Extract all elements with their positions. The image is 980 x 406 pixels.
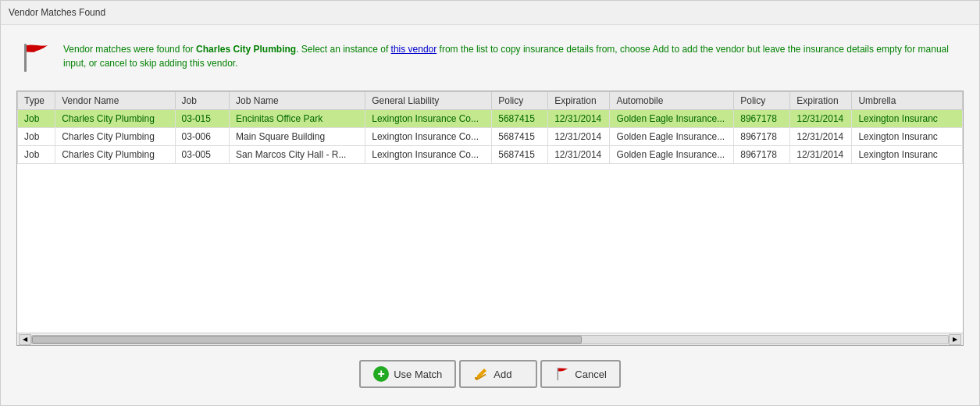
add-icon xyxy=(473,366,489,382)
table-cell: Lexington Insuranc xyxy=(852,110,963,128)
cancel-label: Cancel xyxy=(575,369,606,380)
table-cell: Lexington Insurance Co... xyxy=(365,110,492,128)
table-cell: 8967178 xyxy=(734,128,790,146)
use-match-icon: + xyxy=(373,366,389,382)
table-body: JobCharles City Plumbing03-015Encinitas … xyxy=(18,110,963,164)
col-header-job: Job xyxy=(175,92,229,110)
matches-table-container: Type Vendor Name Job Job Name General Li… xyxy=(16,91,964,346)
table-cell: Encinitas Office Park xyxy=(230,110,365,128)
table-cell: 12/31/2014 xyxy=(548,146,610,164)
cancel-icon xyxy=(554,366,570,382)
this-vendor-link[interactable]: this vendor xyxy=(391,44,437,55)
table-cell: 03-005 xyxy=(175,146,229,164)
message-start: Vendor matches were found for xyxy=(63,44,196,55)
table-cell: 03-015 xyxy=(175,110,229,128)
message-mid: . Select an instance of xyxy=(296,44,390,55)
table-cell: Job xyxy=(18,128,55,146)
table-row[interactable]: JobCharles City Plumbing03-005San Marcos… xyxy=(18,146,963,164)
cancel-button[interactable]: Cancel xyxy=(540,360,620,388)
table-cell: Job xyxy=(18,146,55,164)
horizontal-scrollbar[interactable]: ◀ ▶ xyxy=(17,333,963,345)
table-cell: 5687415 xyxy=(492,110,548,128)
matches-table: Type Vendor Name Job Job Name General Li… xyxy=(17,91,963,164)
table-cell: Job xyxy=(18,110,55,128)
table-cell: 8967178 xyxy=(734,110,790,128)
col-header-auto: Automobile xyxy=(610,92,734,110)
svg-rect-4 xyxy=(558,368,558,380)
table-cell: Golden Eagle Insurance... xyxy=(610,110,734,128)
col-header-vendor: Vendor Name xyxy=(55,92,175,110)
main-window: Vendor Matches Found Vendor matches were… xyxy=(0,0,980,406)
table-cell: 12/31/2014 xyxy=(790,146,852,164)
table-cell: 12/31/2014 xyxy=(548,110,610,128)
add-button[interactable]: Add xyxy=(459,360,537,388)
table-cell: Charles City Plumbing xyxy=(55,110,175,128)
scrollbar-track[interactable] xyxy=(31,335,949,344)
table-cell: Lexington Insuranc xyxy=(852,146,963,164)
table-cell: 5687415 xyxy=(492,146,548,164)
use-match-label: Use Match xyxy=(394,369,442,380)
col-header-jobname: Job Name xyxy=(230,92,365,110)
scrollbar-thumb[interactable] xyxy=(32,336,582,344)
col-header-type: Type xyxy=(18,92,55,110)
table-cell: 03-006 xyxy=(175,128,229,146)
plus-circle-icon: + xyxy=(373,366,389,382)
table-cell: Charles City Plumbing xyxy=(55,128,175,146)
table-cell: Charles City Plumbing xyxy=(55,146,175,164)
table-scroll[interactable]: Type Vendor Name Job Job Name General Li… xyxy=(17,91,963,333)
table-cell: 12/31/2014 xyxy=(790,110,852,128)
table-cell: Golden Eagle Insurance... xyxy=(610,146,734,164)
table-cell: 12/31/2014 xyxy=(548,128,610,146)
scroll-left-btn[interactable]: ◀ xyxy=(19,334,31,345)
table-cell: Lexington Insurance Co... xyxy=(365,128,492,146)
table-row[interactable]: JobCharles City Plumbing03-006Main Squar… xyxy=(18,128,963,146)
col-header-policy2: Policy xyxy=(734,92,790,110)
table-row[interactable]: JobCharles City Plumbing03-015Encinitas … xyxy=(18,110,963,128)
table-cell: 5687415 xyxy=(492,128,548,146)
table-cell: 8967178 xyxy=(734,146,790,164)
table-cell: Lexington Insurance Co... xyxy=(365,146,492,164)
title-bar: Vendor Matches Found xyxy=(1,1,979,25)
scroll-right-btn[interactable]: ▶ xyxy=(949,334,961,345)
svg-rect-0 xyxy=(24,44,27,72)
col-header-umbrella: Umbrella xyxy=(852,92,963,110)
add-label: Add xyxy=(494,369,511,380)
vendor-name-highlight: Charles City Plumbing xyxy=(196,44,296,55)
col-header-exp2: Expiration xyxy=(790,92,852,110)
table-header-row: Type Vendor Name Job Job Name General Li… xyxy=(18,92,963,110)
table-cell: Main Square Building xyxy=(230,128,365,146)
table-cell: 12/31/2014 xyxy=(790,128,852,146)
table-cell: Golden Eagle Insurance... xyxy=(610,128,734,146)
button-bar: + Use Match Add xyxy=(12,354,968,397)
table-cell: Lexington Insuranc xyxy=(852,128,963,146)
use-match-button[interactable]: + Use Match xyxy=(359,360,456,388)
col-header-policy1: Policy xyxy=(492,92,548,110)
info-message: Vendor matches were found for Charles Ci… xyxy=(63,39,964,70)
col-header-genliab: General Liability xyxy=(365,92,492,110)
window-title: Vendor Matches Found xyxy=(9,7,105,18)
content-area: Vendor matches were found for Charles Ci… xyxy=(1,25,979,405)
table-cell: San Marcos City Hall - R... xyxy=(230,146,365,164)
info-panel: Vendor matches were found for Charles Ci… xyxy=(12,33,968,83)
flag-icon xyxy=(16,39,54,77)
col-header-exp1: Expiration xyxy=(548,92,610,110)
